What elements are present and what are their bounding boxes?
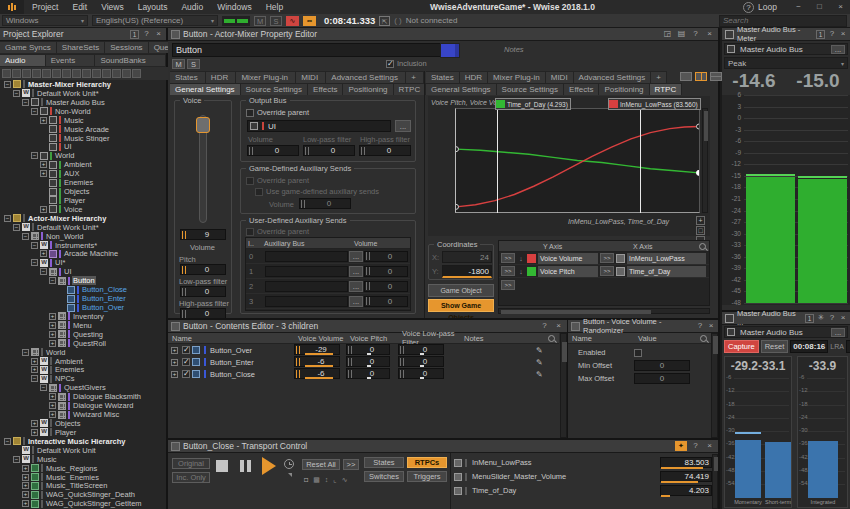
language-selector[interactable]: English(US) (Reference)▾ bbox=[92, 15, 218, 26]
tab-general-settings[interactable]: General Settings bbox=[426, 83, 497, 95]
object-color-swatch[interactable] bbox=[440, 43, 460, 58]
override-parent-checkbox[interactable]: Override parent bbox=[246, 108, 309, 117]
tab-sharesets[interactable]: ShareSets bbox=[57, 41, 105, 53]
pin-icon[interactable]: ↓ bbox=[517, 268, 525, 275]
tree-item-player[interactable]: Player bbox=[2, 196, 166, 205]
tree-item-objects[interactable]: Objects bbox=[2, 187, 166, 196]
coord-y-field[interactable] bbox=[442, 265, 492, 278]
menu-audio[interactable]: Audio bbox=[181, 2, 203, 12]
row-checkbox[interactable] bbox=[182, 346, 190, 354]
rtpc-assignment-row[interactable]: >>↓Voice Volume>>InMenu_LowPass bbox=[499, 252, 709, 265]
help-icon[interactable]: ? bbox=[828, 29, 836, 39]
curve-point[interactable] bbox=[697, 170, 700, 175]
tab-source-settings[interactable]: Source Settings bbox=[497, 83, 564, 95]
tree-expander[interactable]: + bbox=[49, 313, 56, 320]
column-header[interactable]: Y Axis bbox=[543, 243, 615, 250]
tree-item-music-regions[interactable]: +Music_Regions bbox=[2, 464, 166, 473]
tree-item-master-mixer-hierarchy[interactable]: −Master-Mixer Hierarchy bbox=[2, 80, 166, 89]
tree-item-inventory[interactable]: +Inventory bbox=[2, 312, 166, 321]
tree-item-non-world[interactable]: −Non_World bbox=[2, 232, 166, 241]
tree-expander[interactable]: + bbox=[31, 358, 38, 365]
menu-windows[interactable]: Windows bbox=[217, 2, 251, 12]
instance-number-icon[interactable]: 1 bbox=[805, 314, 814, 323]
override-parent-checkbox[interactable]: Override parent bbox=[246, 227, 309, 236]
aux-browse-button[interactable]: ... bbox=[349, 281, 363, 292]
tree-item-questroll[interactable]: +QuestRoll bbox=[2, 339, 166, 348]
tree-item-default-work-unit-[interactable]: −WDefault Work Unit* bbox=[2, 223, 166, 232]
use-game-aux-checkbox[interactable]: Use game-defined auxiliary sends bbox=[255, 187, 379, 196]
tree-expander[interactable]: − bbox=[49, 277, 56, 284]
close-icon[interactable]: × bbox=[154, 29, 163, 39]
help-icon[interactable]: ? bbox=[696, 321, 704, 331]
voice-volume-value[interactable]: -6 bbox=[294, 368, 340, 379]
explorer-toolbar-icon[interactable] bbox=[22, 69, 31, 78]
save-icon[interactable]: ▤ bbox=[676, 29, 687, 39]
tree-item-aux[interactable]: +AUX bbox=[2, 169, 166, 178]
row-expander[interactable]: + bbox=[171, 371, 178, 378]
instance-number-icon[interactable]: 1 bbox=[130, 30, 139, 39]
close-icon[interactable]: × bbox=[839, 313, 847, 323]
column-header[interactable]: Auxiliary Bus bbox=[264, 240, 354, 247]
settings-gear-icon[interactable]: ✳ bbox=[817, 313, 825, 323]
voice-lpf-value[interactable]: 0 bbox=[398, 344, 444, 355]
user-aux-row[interactable]: 0...0 bbox=[246, 249, 410, 264]
tree-expander[interactable]: − bbox=[40, 268, 47, 275]
master-solo-button[interactable]: S bbox=[270, 16, 282, 26]
menu-project[interactable]: Project bbox=[32, 2, 58, 12]
aux-volume-value[interactable]: 0 bbox=[364, 266, 408, 277]
close-icon[interactable]: × bbox=[704, 29, 715, 39]
tree-item-interactive-music-hierarchy[interactable]: −Interactive Music Hierarchy bbox=[2, 437, 166, 446]
capture-log-icon[interactable]: ∞ bbox=[303, 16, 316, 26]
tab-effects[interactable]: Effects bbox=[308, 83, 343, 95]
tree-expander[interactable]: + bbox=[22, 500, 29, 507]
tree-item-ui[interactable]: UI bbox=[2, 142, 166, 151]
tree-expander[interactable]: + bbox=[40, 170, 47, 177]
explorer-toolbar-icon[interactable] bbox=[42, 69, 51, 78]
bus-browse-button[interactable]: ... bbox=[395, 120, 411, 132]
tab-audio[interactable]: Audio bbox=[0, 54, 46, 66]
user-aux-row[interactable]: 1...0 bbox=[246, 264, 410, 279]
column-header[interactable]: Voice Volume bbox=[294, 334, 346, 343]
solo-button[interactable]: S bbox=[187, 59, 200, 69]
master-mute-button[interactable]: M bbox=[254, 16, 266, 26]
fader-icon[interactable]: ▩ bbox=[313, 476, 320, 484]
expand-button[interactable]: >> bbox=[501, 266, 515, 276]
column-header[interactable]: I.. bbox=[246, 240, 264, 247]
user-aux-row[interactable]: 2...0 bbox=[246, 279, 410, 294]
rtpc-curves[interactable] bbox=[456, 109, 699, 212]
original-button[interactable]: Original bbox=[172, 458, 210, 469]
reset-button[interactable]: Reset bbox=[761, 340, 789, 353]
tree-item-objects[interactable]: +WObjects bbox=[2, 419, 166, 428]
ob-hpf-value[interactable]: 0 bbox=[359, 145, 411, 156]
tree-expander[interactable]: + bbox=[22, 465, 29, 472]
expand-button[interactable]: >> bbox=[600, 266, 614, 276]
tree-expander[interactable]: + bbox=[40, 161, 47, 168]
tab-events[interactable]: Events bbox=[46, 54, 96, 66]
stop-button[interactable] bbox=[216, 460, 228, 472]
voice-pitch-value[interactable]: 0 bbox=[346, 356, 390, 367]
row-checkbox[interactable] bbox=[182, 358, 190, 366]
tree-expander[interactable]: − bbox=[40, 384, 47, 391]
property-value[interactable]: 0 bbox=[634, 373, 690, 384]
edit-notes-icon[interactable]: ✎ bbox=[536, 358, 543, 367]
explorer-toolbar-icon[interactable] bbox=[82, 69, 91, 78]
rtpc-assignment-row[interactable]: >>↓Voice Pitch>>Time_of_Day bbox=[499, 265, 709, 278]
expand-button[interactable]: >> bbox=[501, 280, 515, 290]
voice-lpf-value[interactable]: 0 bbox=[398, 368, 444, 379]
filter-states-button[interactable]: States bbox=[364, 457, 404, 468]
explorer-toolbar-icon[interactable] bbox=[122, 69, 131, 78]
contents-row-button_enter[interactable]: +Button_Enter-600✎ bbox=[168, 356, 559, 368]
row-expander[interactable]: + bbox=[171, 347, 178, 354]
tab--[interactable]: + bbox=[651, 71, 667, 83]
tab-states[interactable]: States bbox=[170, 71, 206, 83]
volume-value[interactable]: 9 bbox=[180, 229, 226, 240]
clock-icon[interactable] bbox=[284, 459, 294, 469]
filter-switches-button[interactable]: Switches bbox=[364, 471, 404, 482]
menu-help[interactable]: Help bbox=[266, 2, 283, 12]
contents-vscrollbar[interactable] bbox=[560, 333, 567, 438]
pitch-value[interactable]: 0 bbox=[180, 264, 226, 275]
tree-expander[interactable]: − bbox=[31, 152, 38, 159]
tree-item-voice[interactable]: +Voice bbox=[2, 205, 166, 214]
tree-item-default-work-unit[interactable]: WDefault Work Unit bbox=[2, 446, 166, 455]
property-value[interactable]: 0 bbox=[634, 360, 690, 371]
